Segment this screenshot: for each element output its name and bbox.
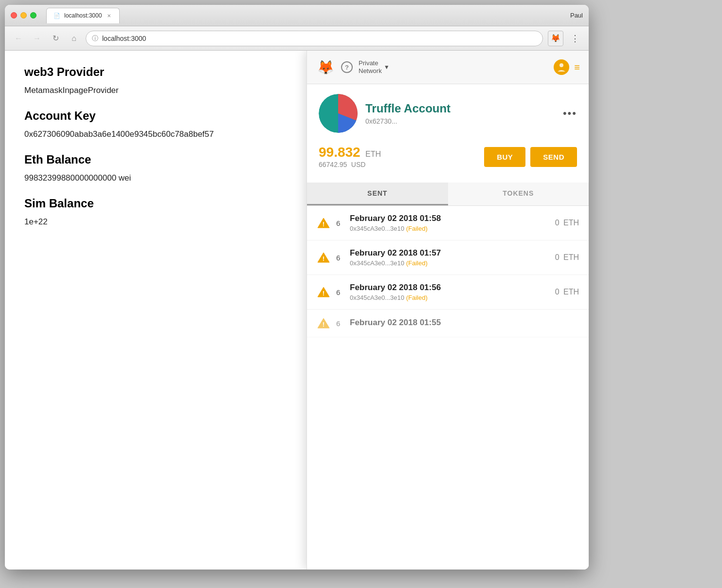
- txn-hash: 0x345cA3e0...3e10 (Failed): [350, 294, 549, 301]
- metamask-extension-button[interactable]: 🦊: [548, 31, 563, 46]
- browser-tab[interactable]: 📄 localhost:3000 ✕: [46, 8, 120, 23]
- svg-text:!: !: [323, 220, 325, 228]
- svg-text:!: !: [323, 321, 325, 328]
- minimize-button[interactable]: [20, 12, 27, 18]
- maximize-button[interactable]: [30, 12, 36, 18]
- warning-icon: !: [317, 286, 330, 298]
- security-icon: ⓘ: [92, 34, 98, 43]
- txn-date: February 02 2018 01:57: [350, 248, 549, 258]
- mm-account-icon-button[interactable]: [554, 59, 569, 75]
- txn-amount: 0 ETH: [555, 219, 579, 227]
- traffic-lights: [11, 12, 36, 18]
- txn-date: February 02 2018 01:56: [350, 283, 549, 293]
- transaction-item[interactable]: ! 6 February 02 2018 01:56 0x345cA3e0...…: [307, 275, 589, 310]
- txn-hash: 0x345cA3e0...3e10 (Failed): [350, 225, 549, 232]
- user-profile: Paul: [570, 12, 583, 19]
- svg-text:!: !: [323, 290, 325, 297]
- transaction-item[interactable]: ! 6 February 02 2018 01:55: [307, 310, 589, 337]
- tab-close-button[interactable]: ✕: [106, 12, 112, 19]
- back-button[interactable]: ←: [12, 32, 25, 45]
- transaction-item[interactable]: ! 6 February 02 2018 01:58 0x345cA3e0...…: [307, 206, 589, 240]
- mm-eth-balance: 99.832 ETH: [319, 145, 381, 160]
- txn-date: February 02 2018 01:55: [350, 318, 579, 328]
- txn-status: (Failed): [406, 294, 428, 301]
- forward-button[interactable]: →: [30, 32, 44, 45]
- warning-icon: !: [317, 217, 330, 229]
- refresh-button[interactable]: ↻: [49, 32, 62, 45]
- txn-nonce: 6: [336, 288, 344, 296]
- mm-account-address: 0x62730...: [365, 117, 555, 125]
- mm-usd-label: USD: [351, 161, 366, 168]
- mm-network-selector[interactable]: Private Network ▼: [359, 59, 390, 74]
- mm-transaction-list: ! 6 February 02 2018 01:58 0x345cA3e0...…: [307, 206, 589, 570]
- nav-bar: ← → ↻ ⌂ ⓘ 🦊 ⋮: [5, 26, 589, 51]
- mm-send-button[interactable]: SEND: [530, 147, 577, 167]
- txn-nonce: 6: [336, 219, 344, 227]
- txn-date: February 02 2018 01:58: [350, 214, 549, 223]
- mm-account-row: Truffle Account 0x62730... •••: [319, 94, 577, 133]
- warning-icon: !: [317, 252, 330, 263]
- mm-avatar: [319, 94, 358, 133]
- mm-network-line2: Network: [359, 67, 382, 75]
- close-button[interactable]: [11, 12, 17, 18]
- txn-hash: 0x345cA3e0...3e10 (Failed): [350, 259, 549, 267]
- mm-help-button[interactable]: ?: [341, 61, 353, 73]
- home-button[interactable]: ⌂: [67, 32, 81, 45]
- tab-bar: 📄 localhost:3000 ✕: [46, 8, 120, 23]
- mm-header-right: ≡: [554, 59, 580, 75]
- mm-action-buttons: BUY SEND: [484, 147, 577, 167]
- mm-account-name: Truffle Account: [365, 102, 555, 115]
- mm-usd-balance: 66742.95 USD: [319, 160, 381, 169]
- content-area: web3 Provider MetamaskInpageProvider Acc…: [5, 51, 589, 570]
- mm-buy-button[interactable]: BUY: [484, 147, 525, 167]
- mm-tabs: SENT TOKENS: [307, 183, 589, 206]
- tab-sent[interactable]: SENT: [307, 183, 448, 205]
- mm-eth-label: ETH: [365, 150, 381, 158]
- svg-point-0: [560, 63, 563, 67]
- mm-balance-display: 99.832 ETH 66742.95 USD: [319, 145, 381, 169]
- mm-account-info: Truffle Account 0x62730...: [365, 102, 555, 125]
- mm-usd-amount: 66742.95: [319, 161, 347, 168]
- mm-balance-row: 99.832 ETH 66742.95 USD BUY SEND: [319, 141, 577, 173]
- browser-window: 📄 localhost:3000 ✕ Paul ← → ↻ ⌂ ⓘ 🦊 ⋮ we…: [5, 5, 589, 570]
- mm-header: 🦊 ? Private Network ▼: [307, 51, 589, 84]
- txn-details: February 02 2018 01:57 0x345cA3e0...3e10…: [350, 248, 549, 267]
- page-icon: 📄: [54, 13, 60, 19]
- browser-menu-button[interactable]: ⋮: [568, 32, 582, 45]
- txn-nonce: 6: [336, 319, 344, 328]
- txn-status: (Failed): [406, 225, 428, 232]
- tab-tokens[interactable]: TOKENS: [448, 183, 589, 205]
- txn-nonce: 6: [336, 254, 344, 262]
- svg-text:!: !: [323, 255, 325, 262]
- txn-amount: 0 ETH: [555, 253, 579, 262]
- metamask-logo: 🦊: [316, 57, 335, 77]
- txn-details: February 02 2018 01:56 0x345cA3e0...3e10…: [350, 283, 549, 301]
- txn-details: February 02 2018 01:58 0x345cA3e0...3e10…: [350, 214, 549, 232]
- mm-hamburger-menu[interactable]: ≡: [574, 62, 580, 73]
- network-dropdown-arrow: ▼: [384, 64, 390, 71]
- warning-icon: !: [317, 317, 330, 329]
- mm-more-options-button[interactable]: •••: [563, 107, 577, 120]
- mm-account-section: Truffle Account 0x62730... ••• 99.832 ET…: [307, 84, 589, 183]
- address-input[interactable]: [102, 35, 537, 42]
- address-bar[interactable]: ⓘ: [86, 31, 543, 46]
- mm-eth-amount: 99.832: [319, 145, 361, 160]
- metamask-popup: 🦊 ? Private Network ▼: [307, 51, 589, 570]
- txn-amount: 0 ETH: [555, 288, 579, 296]
- mm-network-line1: Private: [359, 59, 382, 67]
- title-bar: 📄 localhost:3000 ✕ Paul: [5, 5, 589, 26]
- txn-status: (Failed): [406, 259, 428, 267]
- txn-details: February 02 2018 01:55: [350, 318, 579, 329]
- transaction-item[interactable]: ! 6 February 02 2018 01:57 0x345cA3e0...…: [307, 240, 589, 275]
- tab-title: localhost:3000: [64, 12, 102, 19]
